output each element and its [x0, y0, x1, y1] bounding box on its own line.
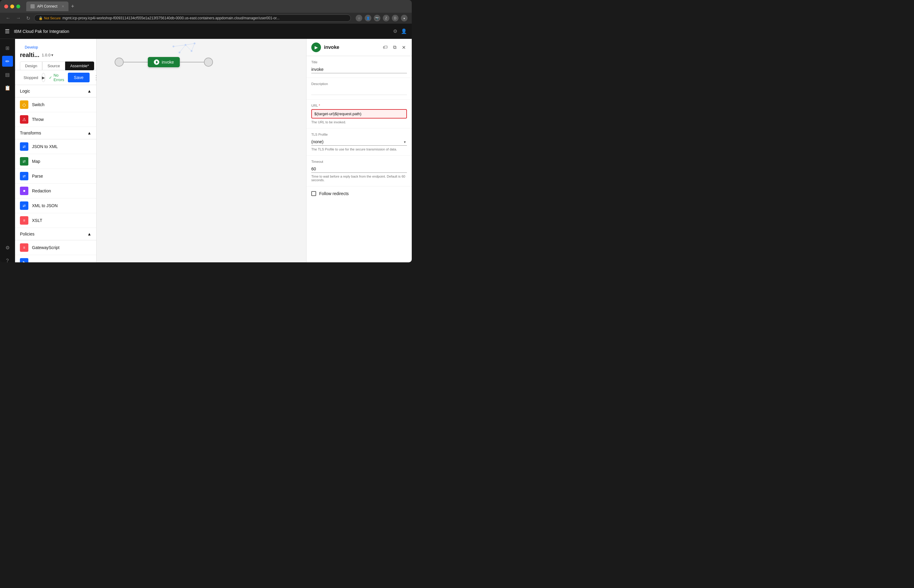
parse-label: Parse [32, 174, 43, 179]
url-field: URL The URL to be invoked. [306, 100, 412, 128]
tab-favicon [31, 4, 35, 8]
timeout-label: Timeout [311, 160, 407, 163]
tls-label: TLS Profile [311, 132, 407, 136]
save-button[interactable]: Save [68, 73, 90, 82]
list-item-xml-to-json[interactable]: ⇄ XML to JSON [15, 199, 96, 213]
list-item-xslt[interactable]: ≡ XSLT [15, 213, 96, 228]
list-item-switch[interactable]: ◇ Switch [15, 97, 96, 112]
logic-section-header[interactable]: Logic ▲ [15, 85, 96, 97]
list-item-map[interactable]: ⇄ Map [15, 154, 96, 169]
tab-design[interactable]: Design [20, 61, 42, 70]
main-layout: ⊞ ✏ ▤ 📋 ⚙ ? Develop realti... 1.0. [0, 39, 412, 262]
timeout-hint: Time to wait before a reply back from th… [311, 174, 407, 182]
url-input[interactable] [311, 109, 407, 118]
close-button[interactable] [4, 5, 8, 8]
copy-icon[interactable]: ⧉ [392, 44, 398, 51]
assemble-toolbar: Stopped ▶ ✓ No Errors Save ⋮ [15, 70, 96, 85]
tab-label: API Connect [37, 4, 57, 8]
tab-source[interactable]: Source [42, 61, 65, 70]
json-to-xml-icon: ⇄ [20, 142, 28, 151]
app-header: ☰ IBM Cloud Pak for Integration ⚙ 👤 [0, 24, 412, 39]
switch-label: Switch [32, 102, 44, 107]
back-button[interactable]: ← [4, 15, 12, 21]
invoke-icon: ▶ [311, 42, 321, 52]
tab-close-icon[interactable]: ✕ [61, 5, 64, 8]
description-field: Description [306, 78, 412, 100]
throw-label: Throw [32, 117, 44, 122]
browser-addressbar: ← → ↻ 🔒 Not Secure mgmt.icp-proxy.icp4i-… [0, 13, 412, 24]
address-url: mgmt.icp-proxy.icp4i-workshop-f009311413… [62, 16, 280, 20]
profile-icon[interactable]: 👤 [365, 15, 371, 21]
sidebar-icon-settings[interactable]: ⚙ [2, 242, 13, 253]
description-label: Description [311, 82, 407, 86]
sidebar-icon-clipboard[interactable]: 📋 [2, 82, 13, 93]
list-item-redaction[interactable]: ■ Redaction [15, 184, 96, 199]
tls-select[interactable]: (none) [311, 138, 407, 145]
tag-icon[interactable]: 🏷 [382, 44, 389, 51]
redaction-label: Redaction [32, 189, 51, 193]
play-button[interactable]: ▶ [42, 73, 45, 82]
gatewayscript-icon: ≡ [20, 243, 28, 252]
canvas-area[interactable]: invoke [97, 39, 306, 262]
lock-icon: 🔒 [39, 16, 43, 20]
hamburger-menu[interactable]: ☰ [5, 28, 10, 35]
follow-redirects-row: Follow redirects [306, 186, 412, 201]
sidebar-icon-help[interactable]: ? [2, 255, 13, 262]
status-label: Stopped [24, 75, 38, 80]
browser-tab-api-connect[interactable]: API Connect ✕ [26, 2, 68, 11]
version-selector[interactable]: 1.0.0 ▾ [42, 53, 53, 57]
refresh-button[interactable]: ↻ [25, 15, 32, 22]
url-hint: The URL to be invoked. [311, 120, 407, 124]
list-item-json-to-xml[interactable]: ⇄ JSON to XML [15, 139, 96, 154]
transforms-section-header[interactable]: Transforms ▲ [15, 127, 96, 139]
tab-bar: API Connect ✕ + [26, 2, 408, 11]
map-icon: ⇄ [20, 157, 28, 166]
policies-section-header[interactable]: Policies ▲ [15, 228, 96, 240]
ext-icon-d[interactable]: D [392, 15, 398, 21]
z-extension-icon[interactable]: Z [383, 15, 390, 21]
tab-assemble[interactable]: Assemble* [65, 61, 94, 70]
switch-icon: ◇ [20, 100, 28, 109]
address-bar[interactable]: 🔒 Not Secure mgmt.icp-proxy.icp4i-worksh… [34, 15, 351, 22]
title-label: Title [311, 60, 407, 64]
forward-button[interactable]: → [15, 15, 22, 21]
app-title: IBM Cloud Pak for Integration [14, 29, 70, 34]
throw-icon: ⚠ [20, 115, 28, 124]
new-tab-button[interactable]: + [71, 3, 74, 10]
editor-tabs: Design Source Assemble* [20, 61, 91, 70]
develop-link[interactable]: Develop [25, 45, 38, 50]
follow-redirects-checkbox[interactable] [311, 191, 316, 196]
browser-actions: ☆ 👤 📷 Z D ● [356, 15, 408, 21]
bookmark-icon[interactable]: ☆ [356, 15, 362, 21]
camera-icon[interactable]: 📷 [374, 15, 380, 21]
ext-icon-user[interactable]: ● [401, 15, 408, 21]
develop-section-header: Develop realti... 1.0.0 ▾ Design Source … [15, 39, 96, 70]
xslt-label: XSLT [32, 218, 42, 223]
properties-body: Title Description URL The URL to [306, 56, 412, 262]
list-item-throw[interactable]: ⚠ Throw [15, 112, 96, 127]
xml-to-json-label: XML to JSON [32, 203, 58, 208]
list-item-parse[interactable]: ⇄ Parse [15, 169, 96, 184]
network-decoration [140, 39, 201, 63]
settings-icon[interactable]: ⚙ [393, 28, 397, 34]
list-item-more-policy[interactable]: ▶ [15, 255, 96, 262]
minimize-button[interactable] [10, 5, 14, 8]
sidebar-icon-layers[interactable]: ▤ [2, 69, 13, 80]
user-account-icon[interactable]: 👤 [401, 28, 407, 34]
more-options-icon[interactable]: ⋮ [93, 74, 97, 81]
breadcrumb: Develop [20, 42, 91, 50]
description-input[interactable] [311, 87, 407, 95]
list-item-gatewayscript[interactable]: ≡ GatewayScript [15, 240, 96, 255]
more-policy-icon: ▶ [20, 258, 28, 262]
maximize-button[interactable] [16, 5, 20, 8]
svg-line-5 [186, 45, 192, 51]
sidebar-icon-edit[interactable]: ✏ [2, 56, 13, 67]
component-panel: Develop realti... 1.0.0 ▾ Design Source … [15, 39, 97, 262]
sidebar-icon-grid[interactable]: ⊞ [2, 42, 13, 53]
properties-header: ▶ invoke 🏷 ⧉ ✕ [306, 39, 412, 56]
close-panel-icon[interactable]: ✕ [401, 44, 407, 52]
svg-line-8 [173, 45, 186, 47]
canvas-and-panel: invoke ▶ invoke 🏷 ⧉ ✕ [97, 39, 412, 262]
timeout-field: Timeout 60 Time to wait before a reply b… [306, 156, 412, 186]
title-input[interactable] [311, 66, 407, 73]
